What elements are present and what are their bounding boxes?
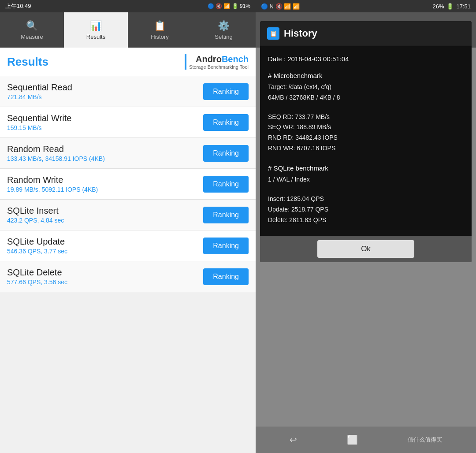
right-bottom-bar: ↩ ⬜ 值什么值得买 xyxy=(256,427,476,453)
seq-rd: SEQ RD: 733.77 MB/s xyxy=(268,112,464,123)
sqlite-header: # SQLite benchmark xyxy=(268,163,464,174)
result-name-0: Sequential Read xyxy=(7,82,72,93)
tab-history[interactable]: 📋 History xyxy=(128,12,192,48)
time-left: 上午10:49 xyxy=(5,2,31,10)
result-info-2: Random Read 133.43 MB/s, 34158.91 IOPS (… xyxy=(7,144,105,162)
logo-bar xyxy=(185,54,186,70)
result-value-1: 159.15 MB/s xyxy=(7,124,71,131)
sqlite-section: # SQLite benchmark 1 / WAL / Index xyxy=(268,163,464,185)
nav-tabs: 🔍 Measure 📊 Results 📋 History ⚙️ Setting xyxy=(0,12,256,48)
measure-icon: 🔍 xyxy=(26,20,38,32)
dialog-footer: Ok xyxy=(260,236,472,262)
result-info-6: SQLite Delete 577.66 QPS, 3.56 sec xyxy=(7,267,67,286)
result-name-1: Sequential Write xyxy=(7,113,71,123)
size-line: 64MB / 32768KB / 4KB / 8 xyxy=(268,93,464,103)
left-panel: 上午10:49 🔵 🔇 📶 🔋 91% 🔍 Measure 📊 Results … xyxy=(0,0,256,453)
result-name-3: Random Write xyxy=(7,175,98,185)
back-icon[interactable]: ↩ xyxy=(290,434,297,445)
tab-results[interactable]: 📊 Results xyxy=(64,12,128,48)
dialog-title-bar: 📋 History xyxy=(260,21,472,46)
dialog-history-icon: 📋 xyxy=(267,27,279,40)
logo-bench: Bench xyxy=(222,54,249,64)
ranking-btn-3[interactable]: Ranking xyxy=(203,176,249,193)
ranking-btn-1[interactable]: Ranking xyxy=(203,114,249,131)
result-value-2: 133.43 MB/s, 34158.91 IOPS (4KB) xyxy=(7,155,105,162)
result-item-4: SQLite Insert 423.2 QPS, 4.84 sec Rankin… xyxy=(0,200,256,230)
result-item-6: SQLite Delete 577.66 QPS, 3.56 sec Ranki… xyxy=(0,261,256,292)
sqlite-insert: Insert: 1285.04 QPS xyxy=(268,194,464,204)
sqlite-update: Update: 2518.77 QPS xyxy=(268,204,464,215)
result-value-6: 577.66 QPS, 3.56 sec xyxy=(7,278,67,286)
result-value-0: 721.84 MB/s xyxy=(7,93,72,100)
microbenchmark-section: # Microbenchmark Target: /data (ext4, cf… xyxy=(268,70,464,103)
result-info-3: Random Write 19.89 MB/s, 5092.11 IOPS (4… xyxy=(7,175,98,193)
result-info-0: Sequential Read 721.84 MB/s xyxy=(7,82,72,100)
target-line: Target: /data (ext4, cfq) xyxy=(268,82,464,93)
watermark-text: 值什么值得买 xyxy=(408,436,442,444)
tab-setting[interactable]: ⚙️ Setting xyxy=(192,12,256,48)
result-info-1: Sequential Write 159.15 MB/s xyxy=(7,113,71,131)
ranking-btn-4[interactable]: Ranking xyxy=(203,207,249,223)
history-dialog: 📋 History Date : 2018-04-03 00:51:04 # M… xyxy=(260,21,472,262)
logo-text: AndroBench Storage Benchmarking Tool xyxy=(189,54,249,70)
result-item-5: SQLite Update 546.36 QPS, 3.77 sec Ranki… xyxy=(0,230,256,261)
dialog-title: History xyxy=(284,28,317,39)
rnd-wr: RND WR: 6707.16 IOPS xyxy=(268,143,464,154)
result-name-6: SQLite Delete xyxy=(7,267,67,278)
results-header: Results AndroBench Storage Benchmarking … xyxy=(0,48,256,76)
ranking-btn-2[interactable]: Ranking xyxy=(203,145,249,162)
androbench-logo: AndroBench Storage Benchmarking Tool xyxy=(185,54,249,70)
dialog-content: Date : 2018-04-03 00:51:04 # Microbenchm… xyxy=(260,46,472,236)
result-name-2: Random Read xyxy=(7,144,105,154)
tab-history-label: History xyxy=(151,33,168,40)
result-info-4: SQLite Insert 423.2 QPS, 4.84 sec xyxy=(7,206,64,224)
result-value-3: 19.89 MB/s, 5092.11 IOPS (4KB) xyxy=(7,186,98,193)
sqlite-mode: 1 / WAL / Index xyxy=(268,175,464,185)
tab-setting-label: Setting xyxy=(215,33,232,40)
result-item-3: Random Write 19.89 MB/s, 5092.11 IOPS (4… xyxy=(0,169,256,200)
ok-button[interactable]: Ok xyxy=(317,240,414,258)
results-title: Results xyxy=(7,55,48,69)
history-icon: 📋 xyxy=(154,20,166,32)
seq-wr: SEQ WR: 188.89 MB/s xyxy=(268,122,464,133)
result-list: Sequential Read 721.84 MB/s Ranking Sequ… xyxy=(0,76,256,453)
results-icon: 📊 xyxy=(90,20,102,32)
history-date: Date : 2018-04-03 00:51:04 xyxy=(268,53,464,65)
result-info-5: SQLite Update 546.36 QPS, 3.77 sec xyxy=(7,237,67,255)
right-panel: 🔵 N 🔇 📶 📶 26% 🔋 17:51 🔍 📊 📋 ⚙️ 📋 History… xyxy=(256,0,476,453)
home-icon[interactable]: ⬜ xyxy=(347,434,358,445)
sqlite-results-section: Insert: 1285.04 QPS Update: 2518.77 QPS … xyxy=(268,194,464,225)
ranking-btn-6[interactable]: Ranking xyxy=(203,268,249,285)
result-name-5: SQLite Update xyxy=(7,237,67,247)
logo-sub: Storage Benchmarking Tool xyxy=(189,64,249,70)
result-item-1: Sequential Write 159.15 MB/s Ranking xyxy=(0,107,256,138)
tab-measure[interactable]: 🔍 Measure xyxy=(0,12,64,48)
battery-left: 91% xyxy=(240,3,250,9)
result-item-0: Sequential Read 721.84 MB/s Ranking xyxy=(0,76,256,107)
ranking-btn-5[interactable]: Ranking xyxy=(203,238,249,254)
result-item-2: Random Read 133.43 MB/s, 34158.91 IOPS (… xyxy=(0,138,256,169)
right-background: 📋 History Date : 2018-04-03 00:51:04 # M… xyxy=(256,48,476,427)
result-value-4: 423.2 QPS, 4.84 sec xyxy=(7,217,64,224)
result-value-5: 546.36 QPS, 3.77 sec xyxy=(7,248,67,255)
tab-results-label: Results xyxy=(86,33,105,40)
microbenchmark-header: # Microbenchmark xyxy=(268,70,464,82)
rnd-rd: RND RD: 34482.43 IOPS xyxy=(268,133,464,143)
result-name-4: SQLite Insert xyxy=(7,206,64,216)
tab-measure-label: Measure xyxy=(21,33,43,40)
sqlite-delete: Delete: 2811.83 QPS xyxy=(268,215,464,226)
ranking-btn-0[interactable]: Ranking xyxy=(203,83,249,100)
logo-andro: Andro xyxy=(196,54,222,64)
status-bar-right: 🔵 N 🔇 📶 📶 26% 🔋 17:51 xyxy=(256,0,476,12)
battery-right: 26% xyxy=(432,3,444,10)
benchmark-results-section: SEQ RD: 733.77 MB/s SEQ WR: 188.89 MB/s … xyxy=(268,112,464,154)
setting-icon: ⚙️ xyxy=(218,20,230,32)
status-bar-left: 上午10:49 🔵 🔇 📶 🔋 91% xyxy=(0,0,256,12)
time-right: 17:51 xyxy=(456,3,471,10)
